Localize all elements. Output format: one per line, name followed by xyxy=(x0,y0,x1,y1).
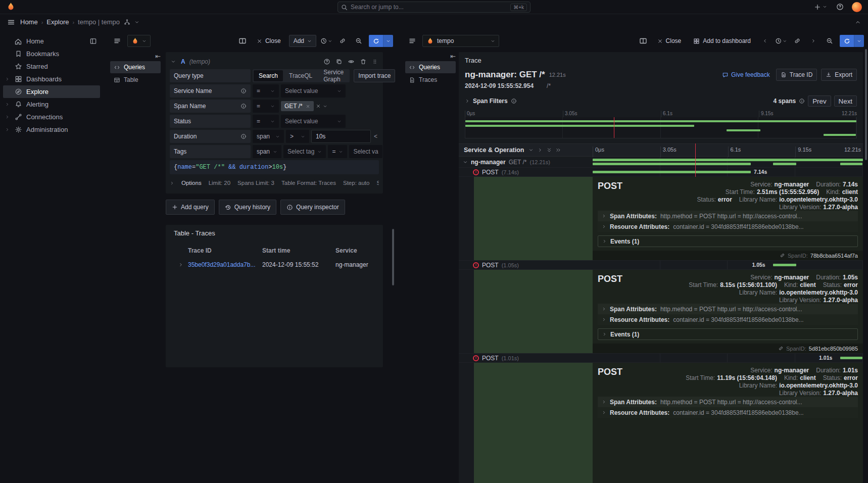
span-row-root[interactable]: ng-manager GET /* (12.21s) xyxy=(459,157,863,168)
chevron-down-icon[interactable] xyxy=(171,59,176,64)
table-row[interactable]: 35be0f3d29a01adda7b... 2024-12-09 15:55:… xyxy=(166,257,383,272)
query-history-button[interactable]: Query history xyxy=(219,200,276,215)
span-attributes-row[interactable]: Span Attributes: http.method = POST http… xyxy=(598,397,858,407)
tab-search[interactable]: Search xyxy=(254,70,283,81)
datasource-picker-left[interactable] xyxy=(127,35,151,47)
trace-minimap[interactable]: 0μs 3.05s 6.1s 9.15s 12.21s xyxy=(465,111,857,138)
share-link-icon[interactable] xyxy=(791,35,803,47)
user-avatar[interactable] xyxy=(852,2,862,12)
time-picker-icon[interactable] xyxy=(775,35,787,47)
span-name-operator-select[interactable]: = xyxy=(253,100,279,113)
status-value-select[interactable]: Select value xyxy=(281,115,346,128)
sidebar-item-explore[interactable]: Explore xyxy=(3,85,100,98)
service-name-operator-select[interactable]: = xyxy=(253,84,279,98)
zoom-out-icon[interactable] xyxy=(824,35,836,47)
trace-id-button[interactable]: Trace ID xyxy=(776,69,817,81)
delete-query-trash-icon[interactable] xyxy=(360,58,367,65)
chevron-down-icon[interactable] xyxy=(854,35,864,47)
close-pane-button[interactable]: Close xyxy=(253,35,285,47)
pane-outline-icon[interactable] xyxy=(406,35,418,47)
collapse-sidebar-icon[interactable]: ⇤ xyxy=(110,51,161,61)
expand-chevron-icon[interactable] xyxy=(4,77,10,81)
split-pane-icon[interactable] xyxy=(637,35,649,47)
sidebar-item-connections[interactable]: Connections xyxy=(3,111,100,123)
scrollbar[interactable] xyxy=(392,229,394,285)
zoom-out-icon[interactable] xyxy=(353,35,365,47)
sidebar-item-administration[interactable]: Administration xyxy=(3,123,100,136)
span-filters-label[interactable]: Span Filters xyxy=(473,98,508,105)
sidebar-item-alerting[interactable]: Alerting xyxy=(3,98,100,111)
tags-value-select[interactable]: Select va xyxy=(349,145,382,158)
chevron-right-icon[interactable] xyxy=(465,99,470,104)
pane-outline-icon[interactable] xyxy=(111,35,123,47)
span-row[interactable]: ! POST (1.05s) 1.05s xyxy=(459,261,863,270)
tab-traceql[interactable]: TraceQL xyxy=(284,70,317,81)
expand-one-icon[interactable] xyxy=(538,148,543,153)
tags-tag-select[interactable]: Select tag xyxy=(283,145,326,158)
content-tab-traces[interactable]: Traces xyxy=(405,74,456,86)
add-query-button[interactable]: Add query xyxy=(166,200,215,215)
chevron-down-icon[interactable] xyxy=(134,20,139,25)
next-span-button[interactable]: Next xyxy=(834,95,857,107)
sidebar-item-starred[interactable]: Starred xyxy=(3,60,100,73)
close-pane-button[interactable]: Close xyxy=(653,35,686,47)
tags-scope-select[interactable]: span xyxy=(253,145,281,158)
span-row[interactable]: ! POST (1.01s) 1.01s xyxy=(459,354,863,363)
link-icon[interactable] xyxy=(780,253,785,258)
scrollbar[interactable] xyxy=(865,49,867,160)
grafana-logo-icon[interactable] xyxy=(6,2,16,12)
drag-handle-icon[interactable] xyxy=(372,58,378,65)
expand-chevron-icon[interactable] xyxy=(4,102,10,107)
remove-chip-icon[interactable] xyxy=(306,104,310,109)
chevron-down-icon[interactable] xyxy=(463,160,468,165)
span-name-value-chip[interactable]: GET /* xyxy=(281,101,314,111)
status-operator-select[interactable]: = xyxy=(253,115,279,128)
link-icon[interactable] xyxy=(778,346,784,351)
search-input[interactable] xyxy=(351,4,507,11)
query-options-row[interactable]: Options Limit: 20 Spans Limit: 3 Table F… xyxy=(170,176,379,189)
duration-scope-select[interactable]: span xyxy=(253,130,284,143)
share-fork-icon[interactable] xyxy=(124,19,130,25)
breadcrumb-explore[interactable]: Explore xyxy=(46,18,69,26)
expand-chevron-icon[interactable] xyxy=(4,115,10,119)
expand-row-chevron-icon[interactable] xyxy=(174,262,188,267)
span-color-strip[interactable] xyxy=(474,270,593,353)
copy-query-icon[interactable] xyxy=(335,58,343,65)
split-pane-icon[interactable] xyxy=(236,35,249,47)
give-feedback-link[interactable]: Give feedback xyxy=(722,71,770,78)
collapse-up-icon[interactable] xyxy=(854,18,862,26)
new-button[interactable] xyxy=(813,3,828,12)
duration-operator-select[interactable]: > xyxy=(286,130,309,143)
collapse-one-icon[interactable] xyxy=(528,148,534,153)
events-row[interactable]: Events (1) xyxy=(598,328,858,340)
run-query-button[interactable] xyxy=(369,35,393,47)
time-shift-back-icon[interactable] xyxy=(759,35,771,47)
help-circle-icon[interactable] xyxy=(323,58,330,65)
datasource-picker-right[interactable]: tempo xyxy=(422,35,499,47)
span-attributes-row[interactable]: Span Attributes: http.method = POST http… xyxy=(598,211,858,221)
content-tab-table[interactable]: Table xyxy=(110,74,161,86)
trace-id-link[interactable]: 35be0f3d29a01adda7b... xyxy=(188,261,262,268)
content-tab-queries[interactable]: Queries xyxy=(110,61,161,73)
clear-value-icon[interactable] xyxy=(316,104,321,109)
run-query-button[interactable] xyxy=(840,35,864,47)
add-to-dashboard-button[interactable]: Add to dashboard xyxy=(689,35,755,47)
chevron-down-icon[interactable] xyxy=(383,35,393,47)
sidebar-item-dashboards[interactable]: Dashboards xyxy=(3,73,100,85)
sidebar-item-bookmarks[interactable]: Bookmarks xyxy=(3,47,100,60)
dock-sidebar-icon[interactable] xyxy=(89,37,97,45)
tags-operator-select[interactable]: = xyxy=(328,145,347,158)
collapse-sidebar-icon[interactable]: ⇤ xyxy=(405,51,456,61)
help-button[interactable] xyxy=(835,2,845,12)
time-picker-icon[interactable] xyxy=(320,35,332,47)
query-inspector-button[interactable]: Query inspector xyxy=(280,200,345,215)
tab-service-graph[interactable]: Service Graph xyxy=(318,70,349,81)
hide-query-eye-icon[interactable] xyxy=(348,58,355,65)
resource-attributes-row[interactable]: Resource Attributes: container.id = 304f… xyxy=(598,314,858,325)
expand-all-icon[interactable] xyxy=(556,148,561,153)
prev-span-button[interactable]: Prev xyxy=(808,95,831,107)
span-color-strip[interactable] xyxy=(474,363,593,483)
duration-compare-label[interactable]: < xyxy=(374,133,377,140)
duration-value-input[interactable] xyxy=(311,130,371,143)
resource-attributes-row[interactable]: Resource Attributes: container.id = 304f… xyxy=(598,221,858,232)
